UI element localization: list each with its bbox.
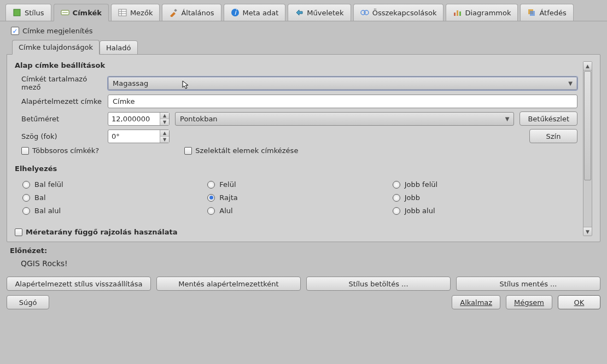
svg-rect-7	[174, 9, 178, 12]
inner-tabs: Címke tulajdonságok Haladó	[12, 39, 600, 54]
label-properties-panel: Alap címke beállítások Címkét tartalmazó…	[7, 54, 600, 242]
diagrams-icon	[453, 8, 462, 17]
cancel-button[interactable]: Mégsem	[506, 295, 552, 309]
radio-bottom-left[interactable]: Bal alul	[22, 207, 207, 215]
radio-top-left[interactable]: Bal felül	[22, 180, 207, 189]
tab-advanced[interactable]: Haladó	[100, 40, 138, 55]
scroll-down-icon[interactable]: ▼	[583, 227, 592, 236]
scroll-up-icon[interactable]: ▲	[583, 62, 592, 71]
tab-meta[interactable]: i Meta adat	[224, 4, 286, 21]
save-style-button[interactable]: Stílus mentés ...	[456, 277, 600, 291]
apply-button[interactable]: Alkalmaz	[452, 295, 500, 309]
font-button[interactable]: Betűkészlet	[520, 111, 577, 126]
main-tabs: Stílus Címkék Mezők Általános i Meta ada…	[0, 0, 607, 21]
tab-stilus[interactable]: Stílus	[5, 4, 51, 21]
svg-rect-12	[454, 13, 456, 16]
label-selected-checkbox[interactable]	[184, 147, 192, 155]
tab-label: Átfedés	[539, 9, 566, 17]
radio-bottom-right[interactable]: Jobb alul	[393, 207, 577, 215]
radio-bottom[interactable]: Alul	[207, 207, 392, 215]
tab-muveletek[interactable]: Műveletek	[288, 4, 351, 21]
tab-label: Műveletek	[307, 9, 343, 17]
tab-label: Általános	[181, 9, 214, 17]
font-size-spinner[interactable]: 12,000000 ▲▼	[108, 112, 170, 126]
spin-up-icon[interactable]: ▲	[160, 113, 169, 119]
info-icon: i	[231, 8, 240, 17]
help-button[interactable]: Súgó	[7, 295, 49, 309]
radio-right[interactable]: Jobb	[393, 193, 577, 202]
preview-section: Előnézet: QGIS Rocks!	[10, 246, 598, 268]
spin-up-icon[interactable]: ▲	[160, 130, 169, 137]
font-unit-dropdown[interactable]: Pontokban	[175, 112, 514, 126]
default-label-value: Címke	[113, 97, 135, 105]
scale-dependent-checkbox[interactable]	[15, 228, 22, 236]
radio-top-right[interactable]: Jobb felül	[393, 180, 577, 189]
placement-grid: Bal felül Felül Jobb felül Bal Rajta Job…	[15, 178, 577, 217]
default-label-input[interactable]: Címke	[108, 95, 577, 108]
angle-spinner[interactable]: 0° ▲▼	[108, 130, 170, 143]
preview-label: Előnézet:	[10, 246, 598, 255]
tab-cimkek[interactable]: Címkék	[54, 4, 109, 21]
field-containing-label: Címkét tartalmazó mező	[15, 75, 102, 91]
color-button[interactable]: Szín	[529, 129, 577, 143]
font-unit-value: Pontokban	[180, 115, 218, 123]
svg-rect-3	[119, 9, 126, 16]
scroll-thumb[interactable]	[584, 71, 591, 180]
panel-scrollbar[interactable]: ▲ ▼	[583, 61, 592, 236]
svg-rect-0	[14, 9, 20, 16]
spin-down-icon[interactable]: ▼	[160, 119, 169, 125]
joins-icon	[360, 8, 369, 17]
radio-over[interactable]: Rajta	[207, 193, 392, 202]
tab-label: Összekapcsolások	[372, 9, 437, 17]
overlay-icon	[527, 8, 536, 17]
tab-mezok[interactable]: Mezők	[111, 4, 160, 21]
angle-label: Szög (fok)	[15, 132, 102, 140]
restore-default-style-button[interactable]: Alapértelmezett stílus visszaállítása	[7, 277, 151, 291]
actions-icon	[295, 8, 304, 17]
radio-top[interactable]: Felül	[207, 180, 392, 189]
preview-value: QGIS Rocks!	[10, 255, 598, 268]
scale-dependent-label: Méretarány függő rajzolás használata	[26, 228, 178, 236]
font-size-label: Betűméret	[15, 115, 102, 123]
multiline-checkbox[interactable]	[21, 147, 29, 155]
tab-label: Stílus	[25, 9, 44, 17]
display-labels-label: Címke megjelenítés	[22, 27, 92, 35]
save-as-default-button[interactable]: Mentés alapértelmezettként	[156, 277, 301, 291]
tab-label: Diagrammok	[465, 9, 511, 17]
angle-arrows[interactable]: ▲▼	[160, 130, 169, 143]
tab-atfedes[interactable]: Átfedés	[520, 4, 573, 21]
tab-osszekapcsolasok[interactable]: Összekapcsolások	[353, 4, 444, 21]
label-selected-label: Szelektált elemek címkézése	[195, 146, 298, 155]
field-containing-value: Magassag	[113, 79, 148, 87]
load-style-button[interactable]: Stílus betöltés ...	[306, 277, 451, 291]
fields-icon	[118, 8, 127, 17]
placement-title: Elhelyezés	[15, 165, 577, 173]
display-labels-checkbox[interactable]	[11, 27, 19, 35]
svg-rect-16	[530, 11, 535, 16]
tab-label-properties[interactable]: Címke tulajdonságok	[12, 40, 100, 55]
tab-altalanos[interactable]: Általános	[162, 4, 221, 21]
tab-label: Meta adat	[243, 9, 279, 17]
font-size-value: 12,000000	[108, 113, 160, 125]
labels-icon	[61, 8, 69, 17]
svg-point-11	[364, 10, 369, 15]
spin-down-icon[interactable]: ▼	[160, 137, 169, 143]
radio-left[interactable]: Bal	[22, 193, 207, 202]
style-icon	[13, 8, 21, 17]
ok-button[interactable]: OK	[558, 295, 600, 309]
tab-label: Mezők	[130, 9, 153, 17]
svg-rect-14	[459, 11, 461, 16]
tab-label: Címkék	[73, 9, 102, 17]
font-size-arrows[interactable]: ▲▼	[160, 113, 169, 125]
default-label-label: Alapértelmezett címke	[15, 97, 102, 105]
angle-value: 0°	[108, 130, 160, 143]
field-containing-dropdown[interactable]: Magassag	[108, 77, 577, 90]
tab-diagrammok[interactable]: Diagrammok	[446, 4, 518, 21]
general-icon	[169, 8, 178, 17]
svg-rect-13	[457, 10, 458, 16]
multiline-label: Többsoros címkék?	[32, 146, 99, 155]
basic-settings-title: Alap címke beállítások	[15, 61, 577, 69]
